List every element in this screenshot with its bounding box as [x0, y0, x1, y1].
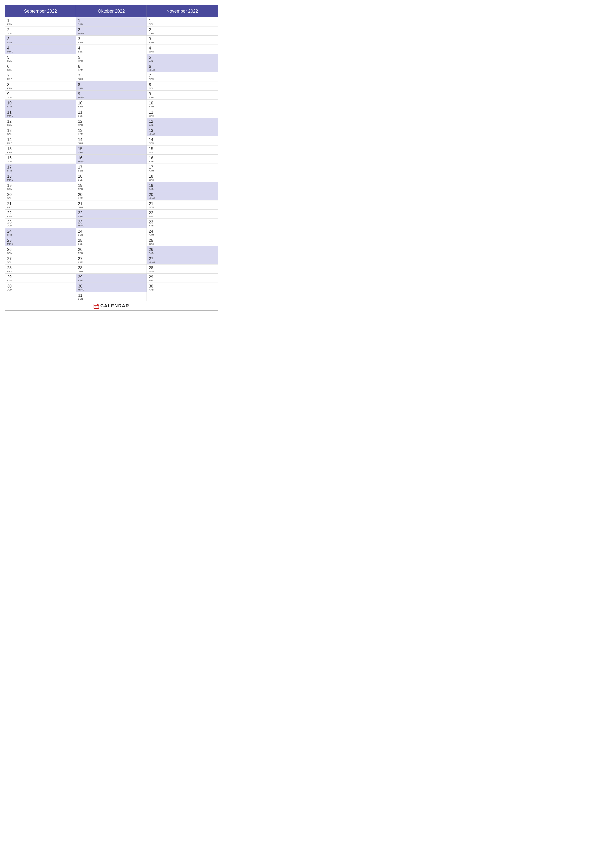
day-name: SEN	[7, 60, 74, 62]
day-number: 6	[78, 64, 145, 69]
day-number: 15	[7, 146, 74, 151]
day-number: 1	[7, 18, 74, 23]
day-row: 28RAB	[5, 265, 76, 274]
day-row: 18MING	[5, 173, 76, 182]
day-row: 23MING	[76, 219, 146, 228]
day-number: 20	[7, 192, 74, 197]
footer-logo: 7 CALENDAR	[93, 303, 129, 309]
day-number: 8	[149, 82, 216, 87]
day-number: 14	[78, 137, 145, 142]
day-name: JUM	[149, 179, 216, 181]
day-row: 14SEN	[147, 136, 218, 146]
day-name: JUM	[149, 243, 216, 245]
day-row: 29SEL	[147, 274, 218, 283]
day-row: 17SAB	[5, 164, 76, 173]
day-name: SEN	[149, 78, 216, 81]
day-name: JUM	[78, 142, 145, 145]
day-row: 2MING	[76, 26, 146, 36]
day-name: SEN	[78, 169, 145, 172]
svg-rect-3	[97, 304, 98, 305]
day-name: SAB	[7, 169, 74, 172]
day-name: SEN	[149, 206, 216, 209]
day-number: 4	[7, 46, 74, 51]
day-name: RAB	[78, 252, 145, 254]
day-row: 12SEN	[5, 118, 76, 127]
day-row: 15SEL	[147, 146, 218, 155]
day-name: SEN	[7, 188, 74, 191]
day-name: SEL	[149, 151, 216, 154]
day-number: 3	[149, 37, 216, 41]
day-name: JUM	[7, 32, 74, 35]
day-row: 21RAB	[5, 200, 76, 209]
day-name: MING	[149, 69, 216, 71]
day-number: 25	[78, 238, 145, 243]
day-name: RAB	[149, 160, 216, 163]
day-row: 31SEN	[76, 292, 146, 301]
day-number: 20	[78, 192, 145, 197]
day-number: 28	[7, 265, 74, 270]
day-number: 12	[149, 119, 216, 124]
day-row: 28SEN	[147, 265, 218, 274]
day-number: 2	[7, 28, 74, 32]
day-number: 31	[78, 293, 145, 298]
day-number: 13	[78, 128, 145, 133]
day-row: 26SEN	[5, 246, 76, 255]
day-number: 29	[7, 274, 74, 279]
day-row: 7SEN	[147, 72, 218, 81]
day-number: 30	[78, 284, 145, 288]
day-name: RAB	[78, 60, 145, 62]
day-row: 21JUM	[76, 200, 146, 209]
day-name: SEL	[149, 87, 216, 90]
day-name: SEL	[7, 261, 74, 264]
day-row: 18SEL	[76, 173, 146, 182]
day-row: 2RAB	[147, 26, 218, 36]
day-row: 25JUM	[147, 237, 218, 246]
day-row: 22KAM	[5, 209, 76, 219]
day-name: RAB	[7, 142, 74, 145]
day-number: 12	[7, 119, 74, 124]
day-number: 17	[7, 165, 74, 169]
day-row: 14RAB	[5, 136, 76, 146]
day-name: SEN	[78, 298, 145, 301]
day-row: 27MING	[147, 255, 218, 265]
day-name: KAM	[149, 234, 216, 236]
day-number: 18	[78, 174, 145, 179]
day-row: 29SAB	[76, 274, 146, 283]
day-name: SEL	[78, 115, 145, 117]
day-number: 2	[149, 28, 216, 32]
day-name: MING	[149, 133, 216, 136]
day-row: 4SEL	[76, 45, 146, 54]
day-name: JUM	[149, 115, 216, 117]
day-row: 24SEN	[76, 228, 146, 237]
day-name: RAB	[7, 206, 74, 209]
day-row	[5, 292, 76, 301]
day-number: 23	[7, 220, 74, 225]
day-number: 10	[78, 101, 145, 105]
day-number: 22	[149, 211, 216, 215]
day-number: 19	[149, 183, 216, 188]
day-row: 30JUM	[5, 283, 76, 292]
day-number: 18	[149, 174, 216, 179]
day-number: 7	[7, 73, 74, 78]
day-name: RAB	[78, 124, 145, 126]
day-row: 20KAM	[76, 191, 146, 200]
day-number: 10	[149, 101, 216, 105]
day-number: 22	[7, 211, 74, 215]
day-row: 18JUM	[147, 173, 218, 182]
day-name: RAB	[149, 225, 216, 227]
day-name: KAM	[7, 279, 74, 282]
day-number: 4	[149, 46, 216, 51]
day-row: 28JUM	[76, 265, 146, 274]
day-number: 30	[7, 284, 74, 288]
day-row: 25SEL	[76, 237, 146, 246]
day-number: 27	[149, 256, 216, 261]
day-name: KAM	[78, 133, 145, 136]
day-row: 16RAB	[147, 155, 218, 164]
day-row: 30MING	[76, 283, 146, 292]
day-row: 11JUM	[147, 109, 218, 118]
day-number: 4	[78, 46, 145, 51]
day-row: 13KAM	[76, 127, 146, 136]
day-name: SAB	[149, 124, 216, 126]
day-row: 29KAM	[5, 274, 76, 283]
day-row: 6SEL	[5, 63, 76, 72]
